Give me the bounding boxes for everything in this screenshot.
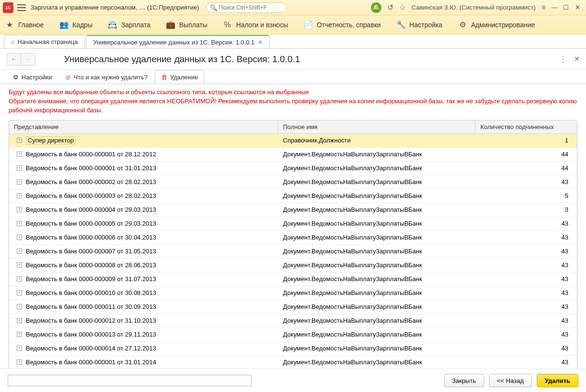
col-name[interactable]: Представление — [9, 120, 278, 133]
expand-icon[interactable]: + — [17, 221, 22, 226]
cell-name: +Ведомость в банк 0000-000014 от 27.12.2… — [9, 345, 278, 352]
home-icon: ⌂ — [11, 38, 15, 45]
expand-icon[interactable]: + — [17, 332, 22, 337]
tab-deletion[interactable]: 🗑Удаление — [155, 70, 205, 84]
cell-count: 43 — [476, 275, 577, 283]
expand-icon[interactable]: + — [17, 235, 22, 240]
cell-text: Ведомость в банк 0000-000005 от 29.03.20… — [26, 220, 156, 227]
table-row[interactable]: +Ведомость в банк 0000-000004 от 29.03.2… — [9, 203, 577, 217]
expand-icon[interactable]: + — [17, 165, 22, 171]
table-row[interactable]: +Ведомость в банк 0000-000009 от 31.07.2… — [9, 272, 577, 286]
expand-icon[interactable]: + — [17, 179, 22, 185]
close-page-button[interactable]: × — [574, 54, 579, 64]
search-input[interactable] — [206, 2, 287, 13]
expand-icon[interactable]: + — [17, 207, 22, 212]
close-window-button[interactable]: ✕ — [572, 2, 583, 13]
table-row[interactable]: +Ведомость в банк 0000-000001 от 28.12.2… — [9, 148, 577, 162]
cell-text: Супер директор — [26, 136, 76, 144]
cell-name: +Ведомость в банк 0000-000001 от 31.01.2… — [9, 164, 278, 172]
tab-label: Что и как нужно удалить? — [74, 74, 148, 81]
expand-icon[interactable]: + — [17, 276, 22, 282]
tab-settings[interactable]: ⚙Настройки — [7, 70, 58, 84]
table-row[interactable]: +Ведомость в банк 0000-000012 от 31.10.2… — [9, 314, 577, 328]
cell-name: +Ведомость в банк 0000-000011 от 30.09.2… — [9, 303, 278, 310]
history-icon[interactable]: ↺ — [387, 3, 393, 12]
table-body[interactable]: +Супер директорСправочник.Должности1+Вед… — [9, 134, 577, 371]
close-button[interactable]: Закрыть — [444, 374, 484, 387]
expand-icon[interactable]: + — [17, 359, 22, 365]
expand-icon[interactable]: + — [17, 346, 22, 351]
maximize-button[interactable]: ☐ — [560, 2, 572, 13]
table-row[interactable]: +Ведомость в банк 0000-000003 от 28.02.2… — [9, 189, 577, 203]
menu-hr[interactable]: 👥Кадры — [59, 20, 93, 30]
cell-count: 43 — [476, 178, 577, 185]
cell-text: Ведомость в банк 0000-000004 от 29.03.20… — [26, 206, 156, 213]
delete-button[interactable]: Удалить — [537, 374, 578, 387]
cell-fullname: Документ.ВедомостьНаВыплатуЗарплатыВБанк — [278, 220, 476, 227]
tab-label: Удаление — [170, 74, 198, 81]
expand-icon[interactable]: + — [17, 318, 22, 323]
table-row[interactable]: +Супер директорСправочник.Должности1 — [9, 134, 577, 148]
expand-icon[interactable]: + — [17, 138, 22, 143]
col-count[interactable]: Количество подчиненных — [476, 120, 577, 133]
nav-forward-button[interactable]: → — [21, 53, 35, 65]
tab-label: Настройки — [22, 74, 52, 81]
menu-taxes[interactable]: %Налоги и взносы — [223, 20, 288, 30]
expand-icon[interactable]: + — [17, 262, 22, 268]
menu-icon[interactable] — [17, 4, 26, 11]
tab-deletion-tool[interactable]: Универсальное удаление данных из 1С. Вер… — [86, 35, 270, 48]
table-row[interactable]: +Ведомость в банк 0000-000013 от 29.11.2… — [9, 328, 577, 342]
warning-line: Обратите внимание, что операция удаления… — [9, 97, 577, 115]
cell-text: Ведомость в банк 0000-000009 от 31.07.20… — [26, 275, 156, 283]
cell-count: 43 — [476, 248, 577, 255]
cell-name: +Ведомость в банк 0000-000006 от 30.04.2… — [9, 234, 278, 241]
expand-icon[interactable]: + — [17, 249, 22, 254]
tab-what-delete[interactable]: ⊘Что и как нужно удалить? — [59, 70, 154, 84]
table-row[interactable]: +Ведомость в банк 0000-000001 от 31.01.2… — [9, 162, 577, 175]
favorites-icon[interactable]: ☆ — [399, 3, 406, 12]
people-icon: 👥 — [59, 20, 69, 30]
menu-salary[interactable]: 📇Зарплата — [108, 20, 150, 30]
table-row[interactable]: +Ведомость в банк 0000-000010 от 30.08.2… — [9, 286, 577, 300]
menu-admin[interactable]: ⚙Администрирование — [458, 20, 535, 30]
back-button[interactable]: << Назад — [489, 374, 532, 387]
table-row[interactable]: +Ведомость в банк 0000-000014 от 27.12.2… — [9, 342, 577, 356]
expand-icon[interactable]: + — [17, 304, 22, 309]
table-row[interactable]: +Ведомость в банк 0000-000007 от 31.05.2… — [9, 245, 577, 259]
cell-fullname: Документ.ВедомостьНаВыплатуЗарплатыВБанк — [278, 178, 476, 185]
expand-icon[interactable]: + — [17, 290, 22, 295]
global-search[interactable]: 🔍 — [206, 2, 287, 13]
col-fullname[interactable]: Полное имя — [278, 120, 476, 133]
settings-icon[interactable]: ≡ — [542, 3, 546, 12]
cell-name: +Ведомость в банк 0000-000012 от 31.10.2… — [9, 317, 278, 324]
cell-count: 43 — [476, 345, 577, 352]
cell-text: Ведомость в банк 0000-000001 от 31.01.20… — [26, 359, 156, 366]
nav-back-button[interactable]: ← — [7, 53, 21, 65]
app-title: Зарплата и управление персоналом, … (1С:… — [31, 4, 199, 11]
menu-reports[interactable]: 📄Отчетность, справки — [304, 20, 381, 30]
table-row[interactable]: +Ведомость в банк 0000-000001 от 31.01.2… — [9, 356, 577, 370]
menu-main[interactable]: ★Главное — [5, 20, 44, 30]
cell-count: 43 — [476, 331, 577, 338]
status-input[interactable] — [8, 375, 251, 386]
app-logo-icon: 1C — [3, 2, 13, 13]
cell-text: Ведомость в банк 0000-000007 от 31.05.20… — [26, 248, 156, 255]
table-row[interactable]: +Ведомость в банк 0000-000005 от 29.03.2… — [9, 217, 577, 231]
cell-name: +Ведомость в банк 0000-000010 от 30.08.2… — [9, 289, 278, 296]
table-row[interactable]: +Ведомость в банк 0000-000011 от 30.09.2… — [9, 300, 577, 314]
cell-text: Ведомость в банк 0000-000008 от 28.06.20… — [26, 261, 156, 269]
minimize-button[interactable]: — — [549, 2, 560, 13]
menu-settings[interactable]: 🔧Настройка — [396, 20, 443, 30]
expand-icon[interactable]: + — [17, 152, 22, 157]
table-row[interactable]: +Ведомость в банк 0000-000008 от 28.06.2… — [9, 259, 577, 272]
tab-home[interactable]: ⌂ Начальная страница — [4, 35, 85, 48]
table-row[interactable]: +Ведомость в банк 0000-000002 от 28.02.2… — [9, 175, 577, 189]
current-user[interactable]: Савинская З.Ю. (Системный программист) — [412, 4, 536, 11]
menu-payments[interactable]: 💼Выплаты — [166, 20, 207, 30]
more-icon[interactable]: ⋮ — [559, 54, 567, 65]
expand-icon[interactable]: + — [17, 193, 22, 198]
table-row[interactable]: +Ведомость в банк 0000-000006 от 30.04.2… — [9, 231, 577, 245]
notifications-icon[interactable]: 🔔 — [371, 2, 381, 13]
close-tab-icon[interactable]: × — [259, 38, 262, 46]
cell-count: 5 — [476, 192, 577, 199]
